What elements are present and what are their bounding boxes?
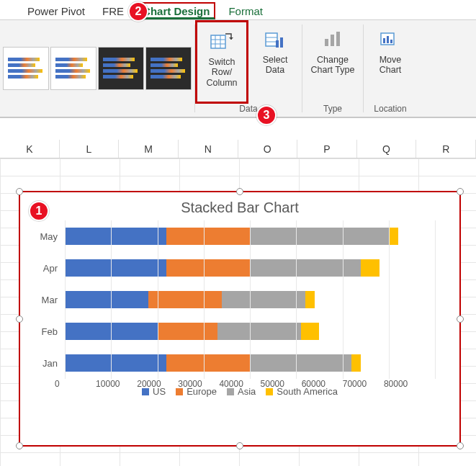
chart-bar-segment (301, 323, 320, 340)
chart-bar-segment (158, 323, 218, 340)
ribbon-body: Switch Row/ Column Select Data Data (0, 20, 476, 118)
svg-rect-13 (336, 32, 340, 46)
chart-bar-segment (65, 259, 166, 277)
chart-styles-gallery[interactable] (0, 20, 194, 117)
svg-rect-11 (325, 39, 328, 46)
chart-bar-segment (166, 228, 250, 245)
x-tick-label: 10000 (96, 379, 120, 389)
move-chart-button[interactable]: Move Chart (364, 20, 417, 104)
chart-category-label: Jan (20, 358, 65, 369)
chart-bar-segment (65, 291, 148, 308)
chart-bar-segment (389, 228, 398, 245)
chart-bar-row: Mar (20, 284, 435, 315)
chart-bar-row: Feb (20, 315, 435, 347)
resize-handle[interactable] (457, 442, 464, 449)
ribbon-group-data: Switch Row/ Column Select Data Data (195, 20, 302, 117)
chart-bar-segment (217, 323, 301, 340)
svg-rect-6 (266, 33, 277, 46)
chart-style-thumb[interactable] (3, 47, 49, 90)
chart-category-label: May (20, 231, 65, 242)
resize-handle[interactable] (457, 188, 464, 195)
x-tick-label: 50000 (261, 379, 284, 389)
chart-bar-segment (305, 291, 315, 308)
chart-bar[interactable] (65, 291, 435, 308)
switch-row-column-button[interactable]: Switch Row/ Column (195, 20, 248, 104)
chart-bar-segment (148, 291, 223, 308)
resize-handle[interactable] (16, 188, 23, 195)
tab-format[interactable]: Format (224, 4, 267, 19)
legend-swatch-icon (142, 388, 149, 395)
col-head[interactable]: R (416, 140, 476, 158)
chart-bar-row: Apr (20, 252, 435, 284)
chart-bar[interactable] (65, 228, 435, 245)
change-chart-type-button[interactable]: Change Chart Type (302, 20, 363, 104)
chart-bar[interactable] (65, 259, 435, 277)
chart-bar-segment (250, 354, 351, 372)
step-badge-2: 2 (128, 1, 148, 22)
col-head[interactable]: Q (357, 140, 417, 158)
chart-bar-row: Jan (20, 347, 435, 379)
svg-rect-10 (280, 37, 283, 48)
resize-handle[interactable] (236, 188, 243, 195)
chart-style-thumb[interactable] (98, 47, 144, 90)
tab-chart-design[interactable]: Chart Design (137, 2, 215, 19)
resize-handle[interactable] (236, 442, 243, 449)
resize-handle[interactable] (16, 442, 23, 449)
tab-free[interactable]: FRE (98, 4, 128, 19)
chart-bar-segment (250, 259, 361, 277)
chart-object[interactable]: 1 Stacked Bar Chart MayAprMarFebJan 0100… (19, 191, 461, 447)
svg-rect-17 (390, 40, 392, 43)
chart-bar-segment (361, 259, 380, 277)
group-label-location: Location (364, 104, 417, 117)
svg-rect-15 (383, 38, 385, 43)
select-data-button[interactable]: Select Data (248, 20, 302, 104)
column-headers: K L M N O P Q R (0, 140, 476, 158)
button-label: Switch Row/ Column (197, 57, 246, 88)
move-chart-icon (378, 27, 403, 52)
col-head[interactable]: P (297, 140, 357, 158)
button-label: Change Chart Type (311, 55, 355, 76)
chart-bar-segment (250, 228, 389, 245)
chart-style-thumb[interactable] (50, 47, 96, 90)
group-label-type: Type (302, 104, 363, 117)
x-tick-label: 70000 (343, 379, 367, 389)
worksheet-area[interactable] (0, 118, 476, 140)
chart-bar[interactable] (65, 323, 435, 340)
group-label-data: Data (195, 104, 302, 117)
chart-bar-segment (166, 259, 250, 277)
svg-rect-16 (387, 36, 389, 43)
chart-bar[interactable] (65, 354, 435, 372)
chart-title[interactable]: Stacked Bar Chart (20, 192, 459, 220)
col-head[interactable]: M (119, 140, 179, 158)
col-head[interactable]: N (179, 140, 238, 158)
chart-category-label: Apr (20, 263, 65, 274)
chart-bar-segment (65, 354, 166, 372)
col-head[interactable]: L (60, 140, 120, 158)
chart-bar-segment (65, 228, 166, 245)
select-data-icon (263, 27, 287, 52)
svg-marker-5 (229, 37, 233, 40)
chart-plot-area[interactable]: MayAprMarFebJan (20, 220, 459, 379)
chart-bar-segment (166, 354, 250, 372)
step-badge-1: 1 (29, 201, 49, 221)
x-tick-label: 0 (55, 379, 60, 389)
legend-swatch-icon (227, 388, 234, 395)
ribbon-group-location: Move Chart Location (364, 20, 417, 117)
chart-bar-segment (65, 323, 158, 340)
chart-category-label: Feb (20, 326, 65, 337)
ribbon-group-type: Change Chart Type Type (302, 20, 363, 117)
x-tick-label: 60000 (302, 379, 325, 389)
ribbon-tabs: Power Pivot FRE Chart Design Format (0, 0, 476, 20)
x-tick-label: 40000 (219, 379, 243, 389)
svg-rect-12 (331, 35, 334, 46)
chart-bar-segment (222, 291, 305, 308)
tab-power-pivot[interactable]: Power Pivot (23, 4, 89, 19)
chart-category-label: Mar (20, 295, 65, 305)
step-badge-3: 3 (256, 105, 277, 125)
button-label: Select Data (263, 55, 288, 76)
col-head[interactable]: O (238, 140, 298, 158)
col-head[interactable]: K (0, 140, 60, 158)
chart-style-thumb[interactable] (145, 47, 192, 90)
legend-swatch-icon (176, 388, 183, 395)
button-label: Move Chart (380, 55, 402, 76)
